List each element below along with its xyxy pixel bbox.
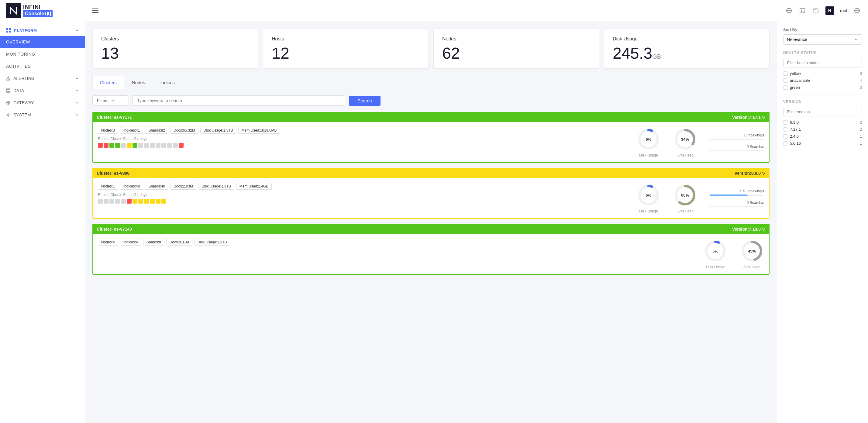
chevron-down-icon4: [75, 113, 79, 117]
jvm-pct-label: 34%: [681, 137, 689, 141]
cluster-name: Cluster: es-v7140: [97, 227, 132, 232]
main-content: Clusters 13 Hosts 12 Nodes 62 Disk Usage…: [85, 21, 777, 423]
jvm-heap-metric: 45% JVM Heap: [740, 239, 764, 269]
stat-value-nodes: 62: [442, 45, 590, 61]
status-dot: [121, 199, 126, 204]
tab-indices[interactable]: Indices: [153, 76, 182, 89]
jvm-circle: 34%: [673, 127, 697, 151]
search-bar-track: [709, 150, 764, 151]
help-icon[interactable]: [812, 7, 819, 14]
version-checkbox[interactable]: [783, 127, 787, 132]
globe-icon[interactable]: [785, 7, 793, 14]
system-icon: [6, 113, 10, 117]
status-dot: [110, 143, 114, 148]
cluster-tags: Nodes:1Indices:40Shards:40Docs:2.03MDisk…: [98, 183, 630, 190]
logo-text: INFINI Console: [23, 4, 53, 17]
health-checkbox[interactable]: [783, 86, 787, 90]
version-checkbox[interactable]: [783, 141, 787, 145]
svg-point-11: [8, 114, 9, 116]
cluster-header[interactable]: Cluster: es-v7171 Version:7.17.1 ▽: [93, 112, 769, 122]
version-option-7.17.1[interactable]: 7.17.1 2: [783, 127, 862, 132]
cluster-header[interactable]: Cluster: es-v800 Version:8.0.0 ▽: [93, 168, 769, 178]
cluster-tag: Nodes:3: [98, 127, 118, 134]
cluster-version: Version:7.17.1 ▽: [732, 115, 765, 120]
health-option-yellow[interactable]: yellow 6: [783, 71, 862, 76]
jvm-label: JVM Heap: [677, 153, 693, 157]
version-checkbox[interactable]: [783, 134, 787, 138]
status-dot: [104, 199, 108, 204]
stat-card-nodes: Nodes 62: [433, 29, 599, 69]
sidebar-item-monitoring[interactable]: MONITORING: [0, 48, 85, 60]
tabs-row: Clusters Nodes Indices: [92, 76, 770, 89]
health-checkbox[interactable]: [783, 71, 787, 76]
version-option-6.3.0[interactable]: 6.3.0 2: [783, 120, 862, 125]
sidebar-item-alerting[interactable]: ALERTING: [0, 72, 85, 85]
nav-platform[interactable]: PLATFORM: [0, 25, 85, 36]
disk-pct-label: 6%: [646, 193, 652, 197]
sidebar-item-data[interactable]: DATA: [0, 85, 85, 97]
jvm-circle: 45%: [740, 239, 764, 263]
status-dot: [150, 143, 155, 148]
jvm-label: JVM Heap: [677, 209, 693, 213]
disk-pct-label: 6%: [713, 249, 718, 254]
jvm-heap-metric: 34% JVM Heap: [673, 127, 697, 157]
sidebar-item-system[interactable]: SYSTEM: [0, 109, 85, 121]
status-dots: [98, 199, 630, 204]
health-option-label: green: [790, 85, 800, 90]
status-dot: [150, 199, 155, 204]
menu-button[interactable]: [92, 8, 98, 13]
version-option-5.6.16[interactable]: 5.6.16 1: [783, 141, 862, 145]
chevron-down-icon2: [75, 89, 79, 92]
language-icon[interactable]: [854, 7, 861, 14]
health-filter-input[interactable]: [783, 58, 862, 67]
health-status-label: HEALTH STATUS: [783, 51, 862, 55]
search-input[interactable]: [132, 95, 345, 106]
health-option-green[interactable]: green 3: [783, 85, 862, 90]
sidebar-item-activities[interactable]: ACTIVITIES: [0, 60, 85, 72]
cluster-mem: Mem Used:2.4GB: [236, 183, 272, 190]
logo-area: INFINI Console: [0, 0, 85, 21]
cluster-version: Version:8.0.0 ▽: [735, 171, 765, 176]
cluster-tag: Docs:8.31M: [166, 239, 192, 246]
stat-card-hosts: Hosts 12: [263, 29, 429, 69]
svg-rect-1: [6, 28, 8, 30]
status-dot: [156, 199, 160, 204]
chevron-down-icon: [75, 76, 79, 80]
search-button[interactable]: Search: [349, 96, 380, 106]
version-option-count: 2: [860, 127, 862, 132]
cluster-header[interactable]: Cluster: es-v7140 Version:7.14.0 ▽: [93, 224, 769, 234]
cluster-info: Nodes:3Indices:41Shards:82Docs:65.32MDis…: [98, 127, 630, 148]
filter-chevron-icon: [111, 99, 115, 102]
cluster-info: Nodes:1Indices:40Shards:40Docs:2.03MDisk…: [98, 183, 630, 204]
health-option-unavailable[interactable]: unavailable 4: [783, 78, 862, 83]
version-checkbox[interactable]: [783, 120, 787, 125]
version-option-2.4.6[interactable]: 2.4.6 1: [783, 134, 862, 138]
tab-nodes[interactable]: Nodes: [124, 76, 153, 89]
cluster-version: Version:7.14.0 ▽: [732, 227, 765, 232]
alerting-label: ALERTING: [13, 76, 35, 81]
sidebar-item-overview[interactable]: OVERVIEW: [0, 36, 85, 48]
cluster-body: Nodes:1Indices:40Shards:40Docs:2.03MDisk…: [98, 183, 764, 213]
logo-infini: INFINI: [23, 4, 53, 10]
cluster-tags: Nodes:4Indices:4Shards:8Docs:8.31MDisk U…: [98, 239, 697, 246]
health-option-label: unavailable: [790, 78, 810, 83]
svg-rect-2: [9, 28, 11, 30]
version-filter-input[interactable]: [783, 107, 862, 117]
tab-clusters[interactable]: Clusters: [92, 76, 124, 89]
cluster-tag: Nodes:4: [98, 239, 118, 246]
sort-chevron-icon: [854, 38, 858, 41]
right-sidebar: Sort By Relevance HEALTH STATUS yellow 6…: [777, 21, 868, 423]
filter-select[interactable]: Filters: [92, 95, 129, 106]
status-dot: [138, 143, 143, 148]
status-dot: [156, 143, 160, 148]
search-metric: 0 Search/s: [709, 201, 764, 207]
sort-select[interactable]: Relevance: [783, 34, 862, 45]
sidebar-item-gateway[interactable]: GATEWAY: [0, 97, 85, 109]
cluster-tag: Docs:2.03M: [170, 183, 196, 190]
stat-label-nodes: Nodes: [442, 36, 590, 42]
health-checkbox[interactable]: [783, 78, 787, 83]
stat-label-hosts: Hosts: [272, 36, 420, 42]
disk-usage-metric: 6% Disk Usage: [637, 183, 661, 213]
filter-bar: Filters Search: [92, 95, 770, 106]
terminal-icon[interactable]: [799, 7, 806, 14]
